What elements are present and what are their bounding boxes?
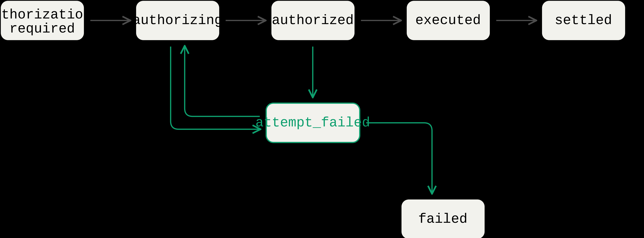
state-diagram: authorization_ required authorizing auth… (0, 0, 644, 238)
node-label: authorizing (132, 13, 222, 28)
node-label: authorization_ (0, 7, 100, 22)
node-authorizing: authorizing (132, 1, 222, 40)
node-label: executed (415, 13, 481, 28)
node-label: failed (418, 212, 467, 227)
node-executed: executed (407, 1, 490, 40)
node-authorization-required: authorization_ required (0, 1, 100, 40)
node-authorized: authorized (272, 1, 354, 40)
node-failed: failed (402, 200, 484, 238)
node-label: required (9, 21, 75, 37)
node-attempt-failed: attempt_failed (256, 103, 370, 142)
node-label: settled (555, 13, 612, 28)
edge-attempt-failed-to-failed (366, 123, 432, 193)
node-label: attempt_failed (256, 115, 370, 130)
edge-attempt-failed-to-authorizing (185, 46, 260, 116)
node-settled: settled (542, 1, 625, 40)
node-label: authorized (272, 13, 354, 28)
